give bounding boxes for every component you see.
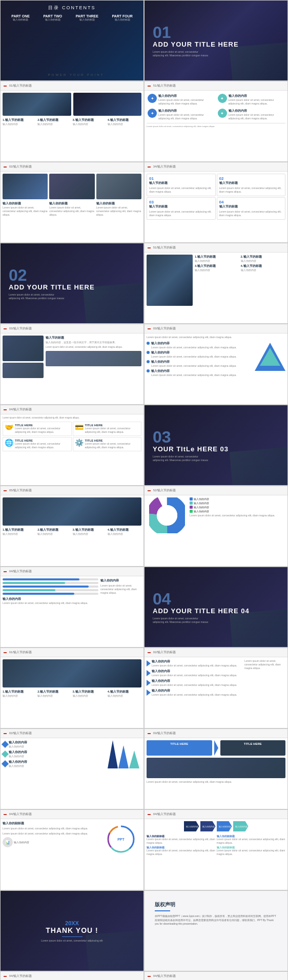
slide-content-02c: 02/输入节的标题 输入你的内容 输入你的内容 输入你的内容 输入你的内容 [0, 728, 144, 809]
prog-bar-4 [3, 589, 98, 591]
thankyou-text: THANK YOU ! [41, 926, 102, 934]
arrow-item-2: 输入你的内容 Lorem ipsum dolor sit amet, conse… [147, 669, 242, 677]
img-meeting [46, 351, 141, 366]
thankyou-sub: Lorem ipsum dolor sit amet, consectetur … [41, 939, 102, 942]
slide-content-52: 52/输入节的标题 输入你的内容 输入你的内容 [144, 486, 288, 567]
title03-sub2: adipiscing elit. Maecenas porttitor cong… [153, 458, 279, 462]
img-city-1 [3, 93, 71, 116]
icon-3: ✦ [148, 109, 157, 118]
toc-bottom: POWER YOUR POINT [5, 73, 144, 76]
slide-content-01b: 01/输入节的标题 1.输入节的标题 输入你的内容 2.输入节的标题 输入你的内… [0, 648, 144, 728]
slide-title04: 04 ADD YOUR TITLE HERE 04 Lorem ipsum do… [144, 567, 288, 648]
circle-diagram: PPT [100, 821, 141, 857]
slide-content-04a: 04/输入节的标题 Lorem ipsum dolor sit amet, co… [0, 405, 144, 486]
thankyou-year: 20XX [41, 920, 102, 926]
slide-content-04c: 04/输入节的标题 输入你的副标题 Lorem ipsum dolor sit … [0, 809, 144, 890]
slide-content-05a: 05/输入节的标题 1.输入节的标题 输入你的内容 2.输入节的标题 输入你的内… [0, 486, 144, 567]
slide-content-03a: 03/输入节的标题 输入节的标题 输入你的内容，这里是一段示例文字，用于展示文字… [0, 324, 144, 405]
title03-text: YOUR TItLe HERE 03 [153, 445, 279, 453]
img-work [3, 336, 44, 361]
diamond-item-1: 输入你的内容 输入你的内容 [3, 740, 104, 748]
slide-thankyou: 20XX THANK YOU ! Lorem ipsum dolor sit a… [0, 890, 144, 971]
city-image-large [147, 255, 193, 306]
slide-content-51b: 51/输入节的标题 1.输入节的标题 输入你的内容 2.输入节的标题 输入你的内… [144, 243, 288, 324]
title02-sub2: adipiscing elit. Maecenas porttitor cong… [9, 297, 135, 300]
photo-1 [3, 174, 48, 199]
numbered-list-2: 1.输入节的标题 输入你的内容 2.输入节的标题 输入你的内容 3.输入节的标题… [195, 255, 285, 272]
dot-item-1: 输入你的内容 Lorem ipsum dolor sit amet, conse… [147, 341, 252, 349]
svg-point-3 [157, 505, 177, 526]
slide-header-01a: 01/输入节的标题 [1, 81, 143, 91]
list-item-2: 2.输入节的标题 输入你的内容 [37, 118, 71, 126]
title01-sub1: Lorem ipsum dolor sit amet, consectetur [153, 50, 279, 54]
box-02: 02 输入节的标题 Lorem ipsum dolor sit amet, co… [217, 174, 286, 196]
city-panorama [3, 497, 141, 526]
title-card-1: TITLE HERE [147, 740, 212, 756]
photo-labels: 输入你的标题 Lorem ipsum dolor sit amet, conse… [3, 201, 141, 217]
pie-chart [149, 497, 185, 533]
city-img-2 [3, 659, 141, 687]
toc-parts: PART ONE 输入你的标题 PART TWO 输入你的标题 PART THR… [5, 14, 139, 21]
title03-num: 03 [153, 429, 279, 445]
photo-2 [49, 174, 94, 199]
slide-body-34: 01 输入节的标题 Lorem ipsum dolor sit amet, co… [145, 172, 287, 222]
prog-bar-2 [3, 582, 98, 584]
icon-4: ✦ [218, 109, 227, 118]
slide-body-03b: Lorem ipsum dolor sit amet, consectetur … [145, 333, 287, 380]
red-dot-2 [148, 86, 151, 87]
title04-sub2: adipiscing elit. Maecenas porttitor cong… [153, 620, 279, 624]
red-dot [4, 86, 7, 87]
diamond-item-2: 输入你的内容 输入你的内容 [3, 750, 104, 758]
list-item-3: 3.输入节的标题 输入你的内容 [73, 118, 107, 126]
image-grid [3, 93, 141, 116]
numbered-list: 1.输入节的标题 输入你的内容 2.输入节的标题 输入你的内容 3.输入节的标题… [3, 118, 141, 126]
slide-header-04c: 04/输入节的标题 [1, 810, 143, 819]
slide-extra-a: 04/输入节的标题 Lorem ipsum dolor sit amet, co… [0, 971, 144, 980]
dot-item-2: 输入你的内容 Lorem ipsum dolor sit amet, conse… [147, 350, 252, 359]
photo-grid [3, 174, 141, 199]
slide-body-01b: 1.输入节的标题 输入你的内容 2.输入节的标题 输入你的内容 3.输入节的标题… [1, 657, 143, 700]
slide-header-04d: 04/输入节的标题 [145, 810, 287, 819]
slide-content-04b: 04/输入节的标题 输入你的内容 Lorem ipsum dolor sit a… [0, 567, 144, 648]
icon-item-2: 💳 TITLE HERE Lorem ipsum dolor sit amet,… [73, 422, 142, 436]
slide-title01: 01 ADD YOUR TITLE HERE Lorem ipsum dolor… [144, 0, 288, 81]
icon-item-3: 🌐 TITLE HERE Lorem ipsum dolor sit amet,… [3, 437, 72, 451]
img-city-2 [73, 93, 142, 116]
slide-body-03c: TITLE HERE TITLE HERE Lorem ipsum dolor … [145, 738, 287, 785]
content-block-4: ✦ 输入你的内容 Lorem ipsum dolor sit amet, con… [217, 108, 286, 121]
prog-bar-3 [3, 586, 98, 588]
slide-body-51b: 1.输入节的标题 输入你的内容 2.输入节的标题 输入你的内容 3.输入节的标题… [145, 253, 287, 308]
numbered-boxes: 01 输入节的标题 Lorem ipsum dolor sit amet, co… [147, 174, 285, 220]
slide-header-52: 52/输入节的标题 [145, 486, 287, 495]
slide-body-03a: 输入节的标题 输入你的内容，这里是一段示例文字，用于展示文字排版效果。 Lore… [1, 333, 143, 380]
slide-header-03b: 03/输入节的标题 [145, 324, 287, 333]
slide-content-03c: 03/输入节的标题 TITLE HERE TITLE HERE Lorem ip… [144, 728, 288, 809]
slide-content-34a: 34/输入节的标题 01 输入节的标题 Lorem ipsum dolor si… [144, 162, 288, 243]
title01-text: ADD YOUR TITLE HERE [153, 40, 279, 48]
icon-1: ✦ [148, 94, 157, 103]
slide-content-02b: 02/输入节的标题 输入你的内容 Lorem ipsum dolor sit a… [144, 648, 288, 728]
title-cards: TITLE HERE TITLE HERE [147, 740, 285, 756]
toc-part-1: PART ONE 输入你的标题 [11, 14, 30, 21]
triangle-fan [106, 740, 141, 768]
slide-header-34a: 34/输入节的标题 [145, 162, 287, 172]
slide-title03: 03 YOUR TItLe HERE 03 Lorem ipsum dolor … [144, 405, 288, 486]
title02-text: ADD YOUR TITLE HERE [9, 283, 135, 291]
icon-item-4: ⚙️ TITLE HERE Lorem ipsum dolor sit amet… [73, 437, 142, 451]
slide-body-05a: 1.输入节的标题 输入你的内容 2.输入节的标题 输入你的内容 3.输入节的标题… [1, 495, 143, 538]
prog-bar-1 [3, 578, 98, 580]
slide-header-01b: 01/输入节的标题 [1, 648, 143, 657]
slide-header-51a: 51/输入节的标题 [145, 81, 287, 91]
box-03: 03 输入节的标题 Lorem ipsum dolor sit amet, co… [147, 197, 216, 220]
content-block-2: ✦ 输入你的内容 Lorem ipsum dolor sit amet, con… [217, 93, 286, 107]
slide-toc: 目录 CONTENTS PART ONE 输入你的标题 PART TWO 输入你… [0, 0, 144, 81]
slide-body-04a: Lorem ipsum dolor sit amet, consectetur … [1, 414, 143, 453]
slide-header-02b: 02/输入节的标题 [145, 648, 287, 657]
slide-content-04d: 04/输入节的标题 输入你的内容 输入你的内容 输入你的内容 输入你的内容 [144, 809, 288, 890]
title04-sub1: Lorem ipsum dolor sit amet, consectetur [153, 617, 279, 620]
slide-body-52: 输入你的内容 输入你的内容 输入你的内容 输入你的内容 Lorem ipsum … [145, 495, 287, 535]
slide-title02: 02 ADD YOUR TITLE HERE Lorem ipsum dolor… [0, 243, 144, 324]
slide-body-04c: 输入你的副标题 Lorem ipsum dolor sit amet, cons… [1, 819, 143, 859]
list-item-4: 4.输入节的标题 输入你的内容 [108, 118, 141, 126]
slide-copyright: 版权声明 本PPT模板由锐普PPT（www.1ppt.com）设计制作，版权所有… [144, 890, 288, 971]
